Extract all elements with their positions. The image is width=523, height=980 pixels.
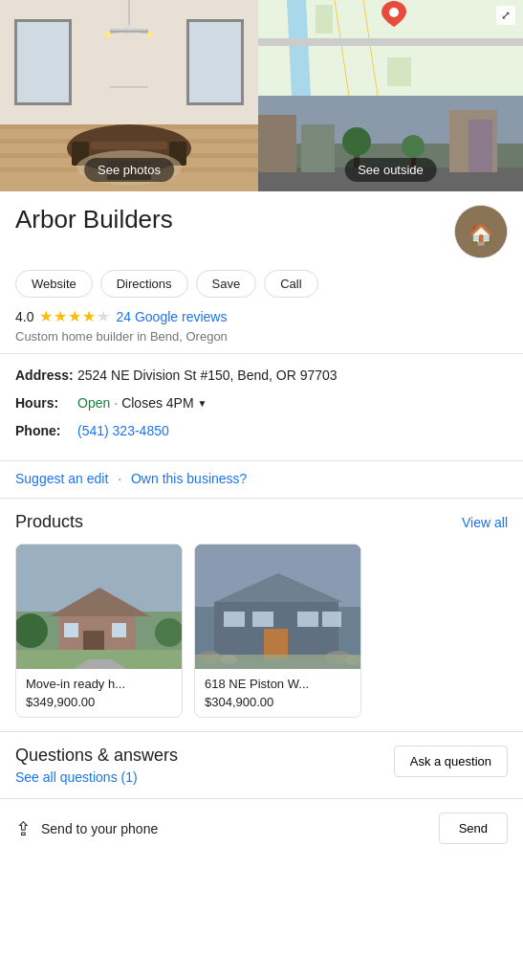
save-button[interactable]: Save bbox=[196, 270, 257, 298]
star-3: ★ bbox=[68, 307, 81, 325]
hours-dot: · bbox=[114, 393, 118, 413]
phone-label: Phone: bbox=[15, 421, 77, 441]
rating-row: 4.0 ★ ★ ★ ★ ★ 24 Google reviews bbox=[15, 307, 508, 325]
star-1: ★ bbox=[39, 307, 53, 325]
suggest-edit-link[interactable]: Suggest an edit bbox=[15, 471, 108, 486]
svg-rect-11 bbox=[186, 19, 244, 105]
product-image-1 bbox=[16, 545, 183, 669]
send-section: ⇪ Send to your phone Send bbox=[0, 799, 523, 858]
product-card-1[interactable]: Move-in ready h... $349,900.00 bbox=[15, 544, 183, 718]
avatar[interactable]: 🏠 bbox=[454, 205, 508, 258]
action-buttons: Website Directions Save Call bbox=[15, 270, 508, 298]
hours-status: Open bbox=[77, 393, 110, 413]
svg-rect-70 bbox=[195, 655, 361, 669]
qa-left: Questions & answers See all questions (1… bbox=[15, 746, 178, 785]
svg-rect-63 bbox=[252, 612, 273, 627]
products-section: Products View all bbox=[0, 499, 523, 732]
dropdown-arrow-icon[interactable]: ▼ bbox=[198, 396, 207, 411]
svg-point-43 bbox=[402, 135, 425, 158]
svg-rect-6 bbox=[14, 19, 72, 105]
reviews-link[interactable]: 24 Google reviews bbox=[116, 309, 227, 324]
product-image-2 bbox=[195, 545, 361, 669]
product-info-2: 618 NE Piston W... $304,900.00 bbox=[195, 669, 360, 717]
svg-point-41 bbox=[342, 127, 371, 156]
hours-detail[interactable]: Closes 4PM bbox=[121, 393, 193, 413]
hours-label: Hours: bbox=[15, 393, 77, 413]
business-title: Arbor Builders bbox=[15, 205, 173, 234]
svg-rect-13 bbox=[186, 102, 244, 105]
hero-map[interactable]: ⤢ bbox=[258, 0, 523, 96]
svg-rect-7 bbox=[14, 19, 72, 22]
svg-point-26 bbox=[105, 32, 111, 37]
phone-row: Phone: (541) 323-4850 bbox=[15, 421, 508, 441]
hero-right-panel: ⤢ See outside bbox=[258, 0, 523, 191]
products-header: Products View all bbox=[15, 512, 508, 532]
ask-question-button[interactable]: Ask a question bbox=[394, 746, 508, 777]
star-4: ★ bbox=[82, 307, 96, 325]
product-card-2[interactable]: 618 NE Piston W... $304,900.00 bbox=[194, 544, 361, 718]
svg-rect-31 bbox=[316, 5, 333, 33]
product-price-2: $304,900.00 bbox=[205, 695, 351, 709]
svg-rect-14 bbox=[186, 19, 189, 105]
directions-button[interactable]: Directions bbox=[100, 270, 188, 298]
product-price-1: $349,900.00 bbox=[26, 695, 172, 709]
svg-rect-52 bbox=[112, 623, 126, 637]
star-5: ★ bbox=[97, 307, 110, 325]
star-rating: ★ ★ ★ ★ ★ bbox=[39, 307, 110, 325]
send-phone-icon: ⇪ bbox=[15, 817, 32, 840]
svg-rect-39 bbox=[469, 120, 492, 172]
products-title: Products bbox=[15, 512, 83, 532]
call-button[interactable]: Call bbox=[264, 270, 317, 298]
address-row: Address: 2524 NE Division St #150, Bend,… bbox=[15, 366, 508, 386]
svg-rect-36 bbox=[258, 115, 296, 172]
send-left: ⇪ Send to your phone bbox=[15, 817, 158, 840]
svg-point-54 bbox=[155, 618, 183, 647]
own-business-link[interactable]: Own this business? bbox=[131, 471, 247, 486]
svg-rect-32 bbox=[387, 57, 411, 86]
svg-rect-30 bbox=[258, 38, 523, 46]
address-value: 2524 NE Division St #150, Bend, OR 97703 bbox=[77, 366, 338, 386]
business-section: Arbor Builders 🏠 Website Directions Save… bbox=[0, 191, 523, 354]
phone-value[interactable]: (541) 323-4850 bbox=[77, 421, 169, 441]
product-name-1: Move-in ready h... bbox=[26, 677, 172, 691]
see-all-questions-link[interactable]: See all questions (1) bbox=[15, 769, 138, 785]
svg-rect-9 bbox=[14, 19, 17, 105]
svg-rect-8 bbox=[14, 102, 72, 105]
website-button[interactable]: Website bbox=[15, 270, 93, 298]
hero-interior-photo[interactable]: See photos bbox=[0, 0, 258, 191]
map-expand-icon[interactable]: ⤢ bbox=[496, 6, 515, 25]
svg-rect-12 bbox=[186, 19, 244, 22]
qa-title: Questions & answers bbox=[15, 746, 178, 766]
hero-street-view[interactable]: See outside bbox=[258, 96, 523, 191]
address-label: Address: bbox=[15, 366, 77, 386]
svg-rect-51 bbox=[64, 623, 78, 637]
svg-text:🏠: 🏠 bbox=[469, 222, 494, 247]
products-grid: Move-in ready h... $349,900.00 bbox=[15, 544, 508, 718]
product-name-2: 618 NE Piston W... bbox=[205, 677, 351, 691]
svg-point-33 bbox=[389, 8, 399, 17]
suggest-row: Suggest an edit · Own this business? bbox=[0, 461, 523, 499]
svg-rect-64 bbox=[297, 612, 318, 627]
send-button[interactable]: Send bbox=[439, 813, 508, 844]
hours-row: Hours: Open · Closes 4PM ▼ bbox=[15, 393, 508, 413]
star-2: ★ bbox=[54, 307, 67, 325]
svg-rect-37 bbox=[301, 124, 335, 172]
svg-rect-65 bbox=[322, 612, 341, 627]
separator-dot: · bbox=[118, 471, 125, 486]
qa-section: Questions & answers See all questions (1… bbox=[0, 732, 523, 799]
send-label: Send to your phone bbox=[41, 821, 158, 836]
see-photos-label[interactable]: See photos bbox=[84, 158, 174, 182]
svg-point-27 bbox=[147, 32, 153, 37]
view-all-link[interactable]: View all bbox=[462, 515, 508, 530]
product-info-1: Move-in ready h... $349,900.00 bbox=[16, 669, 182, 717]
svg-rect-15 bbox=[241, 19, 244, 105]
hero-section: See photos ⤢ bbox=[0, 0, 523, 191]
svg-rect-10 bbox=[69, 19, 72, 105]
rating-number: 4.0 bbox=[15, 309, 33, 324]
see-outside-label[interactable]: See outside bbox=[344, 158, 437, 182]
business-type: Custom home builder in Bend, Oregon bbox=[15, 329, 508, 344]
svg-rect-17 bbox=[91, 142, 167, 149]
business-header: Arbor Builders 🏠 bbox=[15, 205, 508, 258]
svg-rect-62 bbox=[224, 612, 245, 627]
hours-inline: Open · Closes 4PM ▼ bbox=[77, 393, 207, 413]
